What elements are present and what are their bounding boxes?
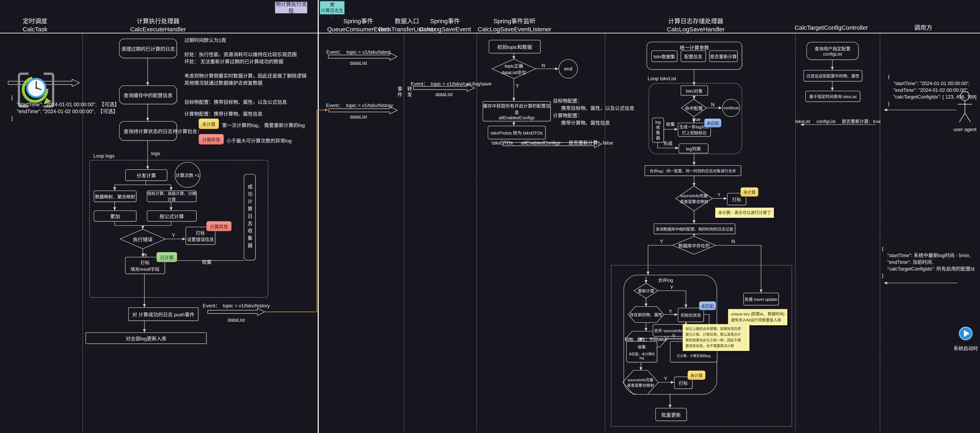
box-collect-desc: 未匹配、未计算的log xyxy=(627,351,657,360)
box-tskv-object[interactable]: tskv对象 xyxy=(681,86,708,95)
circle-end-label: end xyxy=(564,66,572,71)
event-history-datalist-queue: dataList xyxy=(350,114,367,120)
loop-logs-label: Loop logs xyxy=(93,153,115,159)
chip-tskv-dataset[interactable]: tskv数据集 xyxy=(651,51,678,62)
header-controller: CalcTargetConfigController xyxy=(795,24,868,32)
merge-log-container-label: 合并log xyxy=(658,276,673,283)
box-data-mapping[interactable]: 数据映射、聚合映射 xyxy=(94,190,137,202)
label-true-hit: true xyxy=(693,117,700,122)
label-n-exec-error: N xyxy=(143,252,146,258)
flow-title-badge-right: 实时数据消费 计算日志生成 xyxy=(320,1,345,14)
hex-sourceinfo2-label: sourceInfo完备 或者是聚合映射 xyxy=(627,377,654,388)
header-savehandler: 计算日志存储处理器 CalcLogSaveHandler xyxy=(667,17,725,33)
note-expire-policy: 过期时间默认为1周 好处：执行性能、资源消耗可以维持在比较乐观范围 坏处： 无法… xyxy=(184,36,307,87)
header-exec: 计算执行处理器 CalcExecuteHandler xyxy=(130,17,186,33)
label-controller-arrow: tskvList configList 是否重新计算：true xyxy=(795,118,881,124)
diamond-db-exists-label: 数据库中存在的 xyxy=(678,242,710,249)
event-history-label-exec: Event： topic = v1/tskv/history xyxy=(203,302,270,309)
label-n-topic: N xyxy=(541,63,545,68)
diamond-topic-valid-label: topic正确 dataList非空 xyxy=(501,62,526,75)
hex-same-thing-label: 同物、属性；不同value xyxy=(625,336,667,342)
label-logs: logs xyxy=(151,151,160,156)
note-config-detail: 目标物配置： 携带目标物、属性，以及公式信息 计算物配置： 携带计算物、属性信息 xyxy=(553,97,635,127)
note-merge-logic: 经过上面的合并逻辑，如果状态仍然 是已计算、计算异常，那么其再次计 算的结果也必… xyxy=(682,324,749,351)
box-log-collector: log 收 集 器 xyxy=(652,118,664,143)
circle-continue-label: continue xyxy=(723,106,739,110)
box-batch-update[interactable]: 批量更新 xyxy=(655,408,687,421)
label-y-recalc: Y xyxy=(670,285,673,290)
box-push-success-logs[interactable]: 对 计算成功的日志 push事件 xyxy=(128,308,198,321)
event-history-datalist-exec: dataList xyxy=(228,317,245,323)
label-y-db: Y xyxy=(660,239,663,244)
box-collect-result[interactable]: 收集 未匹配、未计算的log xyxy=(626,341,657,362)
note-uncalculated-means: 未计算：表示可以进行计算了 xyxy=(715,208,774,218)
label-uncalculated-desc: 第一次计算的log， 需要重新计算的log xyxy=(222,121,305,128)
badge-uncalculated-2: 未计算 xyxy=(687,371,705,380)
box-query-db-logs[interactable]: 查询数据库中相同配置、相同时刻的日志记录 xyxy=(654,224,735,234)
box-query-user-config[interactable]: 查询用户指定配置 configList xyxy=(807,42,859,60)
sequence-flow-diagram: 物计算执行流程 实时数据消费 计算日志生成 定时调度 CalcTask 计算执行… xyxy=(0,0,980,433)
chip-config-info[interactable]: 配置信息 xyxy=(681,51,706,62)
label-y-exec-error: Y xyxy=(172,233,175,238)
label-user-agent: user agent xyxy=(953,127,976,132)
box-validate-topic[interactable]: 校验topic和数据 xyxy=(489,40,541,53)
box-log-list[interactable]: log列表 xyxy=(679,144,708,153)
label-n-db: N xyxy=(731,239,735,244)
note-target-config: 目标物配置：携带目标物、属性，以及公式信息 xyxy=(184,98,287,105)
box-formula-calc[interactable]: 按公式计算 xyxy=(147,211,197,222)
caller-boot-json: { "startTime": 系统中最新log时间 - 5min, "endTi… xyxy=(882,245,975,279)
badge-calc-error: 计算异常 xyxy=(199,134,224,144)
header-caller: 调用方 xyxy=(914,24,932,32)
label-y-new: Y xyxy=(669,309,672,314)
badge-uncalculated: 未计算 xyxy=(199,119,219,129)
diamond-hit-config-label: 命中配置 xyxy=(685,105,703,111)
diamond-exec-error-label: 执行错误 xyxy=(133,236,153,243)
caller-request-json: { "startTime": "2024-01-01 00:00:00", "e… xyxy=(888,73,977,107)
label-y-same: Y xyxy=(672,333,675,339)
label-y-topic: Y xyxy=(515,83,519,89)
circle-calc-count-label: 计算次数 +1 xyxy=(175,171,200,178)
label-system-boot: 系统启动时 xyxy=(953,344,978,352)
label-pending-contains: 待计算包含： xyxy=(173,127,202,135)
box-dispatch-calc[interactable]: 分发计算 xyxy=(125,170,167,181)
chip-recalc-flag[interactable]: 是否重新计算 xyxy=(709,51,738,62)
calctask-request-json: { "startTime": "2024-01-01 00:00:00", 【可… xyxy=(11,94,119,122)
box-accumulate[interactable]: 累加 xyxy=(94,211,137,222)
loop-logs-box xyxy=(89,160,268,298)
note-unique-key: unique key (配置id， 数据时间) 避免多JVM运行导致重复入库 xyxy=(728,309,788,325)
box-discard-desc: 已计算、计算异常的log xyxy=(677,353,710,358)
badge-calculated: 已计算 xyxy=(156,252,177,262)
badge-unmatched-2: 未匹配 xyxy=(699,301,716,310)
box-success-log-collector: 成功计算日志收集器 xyxy=(244,174,256,260)
box-update-all-logs[interactable]: 对全部log更新入库 xyxy=(86,332,207,344)
box-filter-things[interactable]: 过滤出这些配置中的物、属性 xyxy=(803,70,862,81)
label-collect-2: 收集 xyxy=(666,121,675,127)
badge-unmatched: 未匹配 xyxy=(704,119,721,127)
box-cache-configs[interactable]: 缓存中获取所有开启计算的配置信息 allEnabledConfigs xyxy=(483,101,551,121)
box-query-cached-config[interactable]: 查询缓存中的配置信息 xyxy=(119,86,177,104)
header-saveev: Spring事件 CalcLogSaveEvent xyxy=(419,17,471,33)
box-convert-dtos[interactable]: tskvProtos 转为 tskvDTOs xyxy=(488,126,546,139)
event-history-label-queue: Event： topic = v1/tskv/history xyxy=(326,102,393,108)
box-batch-insert-update[interactable]: 批量 insert update xyxy=(743,293,779,305)
box-query-pending-logs[interactable]: 查询待计算状态的日志 xyxy=(119,121,177,141)
label-collect: 收集 xyxy=(202,258,212,265)
box-clean-expired-logs[interactable]: 清理过期的已计算的日志 xyxy=(119,39,177,58)
box-merge-sourceinfo[interactable]: 合并 sourceInfo xyxy=(653,324,684,336)
box-calc-types[interactable]: 指标计算、高级计算、分摊计算 xyxy=(147,190,197,202)
badge-calc-error-2: 计算异常 xyxy=(206,221,232,231)
box-collect-title: 收集 xyxy=(638,344,646,350)
label-y-sourceinfo: Y xyxy=(718,192,721,197)
box-merge-log[interactable]: 合并log：同一配置、同一时刻的日志对象进行合并 xyxy=(644,165,741,176)
label-calc-error-desc: 小于最大可计算次数的异常log xyxy=(226,137,292,144)
label-y-sourceinfo2: Y xyxy=(664,376,667,382)
label-event-forward-2: 转发 xyxy=(406,86,413,98)
note-calc-config: 计算物配置：携带计算物、属性信息 xyxy=(184,110,262,117)
header-listener: Spring事件监听 CalcLogSaveEventListener xyxy=(477,17,551,33)
diamond-sourceinfo-label: sourceInfo完备 或者是聚合映射 xyxy=(680,193,708,205)
loop-tskvlist-label: Loop tskvList xyxy=(648,76,676,81)
box-query-by-time[interactable]: 基于指定时间查询 tskvList xyxy=(805,91,860,102)
event-latest-label: Event： topic = v1/tskv/latest xyxy=(326,48,390,55)
hex-new-thing-label: 存在新的物、属性 xyxy=(630,312,662,317)
event-save-datalist: dataList xyxy=(436,92,452,97)
